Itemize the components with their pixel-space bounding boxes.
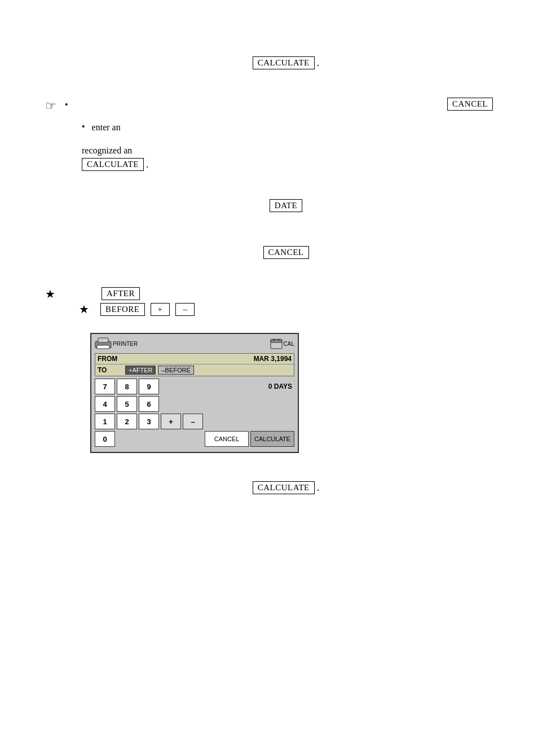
key-3[interactable]: 3 (139, 414, 159, 429)
from-label: FROM (98, 355, 123, 363)
note-content: • CANCEL • enter an recognized an CALCUL… (65, 98, 493, 171)
recognized-block: recognized an CALCULATE . (82, 146, 493, 171)
calc-calculate-button[interactable]: CALCULATE (250, 431, 294, 447)
svg-rect-2 (97, 345, 109, 349)
before-toggle-btn[interactable]: –BEFORE (158, 366, 193, 375)
printer-label: PRINTER (113, 341, 138, 347)
before-button[interactable]: BEFORE (100, 303, 145, 316)
period-1: . (317, 57, 320, 69)
calc-keypad: 7 8 9 0 DAYS 4 5 6 1 2 3 + – 0 (95, 379, 294, 447)
key-4[interactable]: 4 (95, 396, 115, 412)
days-display: 0 DAYS (161, 383, 294, 390)
section-star: ★ AFTER ★ BEFORE + – (45, 287, 493, 316)
period-2: . (146, 159, 149, 170)
calc-row-456: 4 5 6 (95, 396, 294, 412)
calculate-top-button[interactable]: CALCULATE (253, 56, 315, 69)
key-8[interactable]: 8 (117, 379, 137, 394)
calc-row-123pm: 1 2 3 + – (95, 414, 294, 429)
calc-display: FROM MAR 3,1994 TO +AFTER –BEFORE (95, 353, 294, 376)
to-label: TO (98, 366, 123, 374)
key-minus[interactable]: – (183, 414, 203, 429)
printer-icon-group: PRINTER (95, 337, 138, 350)
cancel-mid-button[interactable]: CANCEL (263, 246, 309, 259)
calculator-widget: PRINTER CAL FROM MAR 3,1994 (90, 333, 299, 453)
key-1[interactable]: 1 (95, 414, 115, 429)
section-cancel-mid: CANCEL (79, 246, 493, 259)
star1-icon: ★ (45, 287, 55, 301)
section-date: DATE (79, 199, 493, 212)
calc-cancel-button[interactable]: CANCEL (205, 431, 249, 447)
cal-svg-icon (270, 338, 283, 349)
bullet-dot-2: • (82, 122, 85, 132)
svg-rect-4 (271, 340, 282, 342)
date-button[interactable]: DATE (270, 199, 302, 212)
after-toggle-btn[interactable]: +AFTER (125, 366, 156, 375)
key-5[interactable]: 5 (117, 396, 137, 412)
key-plus[interactable]: + (161, 414, 181, 429)
bullet-item-enter: • enter an (82, 121, 493, 134)
star2-icon: ★ (79, 302, 89, 316)
section-note: ☞ • CANCEL • enter an recognized an CALC… (45, 98, 493, 171)
cal-label: CAL (284, 341, 294, 347)
key-0[interactable]: 0 (95, 431, 115, 447)
calc-row-789: 7 8 9 0 DAYS (95, 379, 294, 394)
calculate-bottom-button[interactable]: CALCULATE (253, 481, 315, 494)
printer-svg-icon (95, 337, 112, 350)
minus-button[interactable]: – (175, 303, 195, 316)
recognized-text: recognized an (82, 146, 493, 156)
from-date-value: MAR 3,1994 (254, 355, 292, 363)
after-button[interactable]: AFTER (102, 287, 140, 300)
after-before-block: AFTER ★ BEFORE + – (79, 287, 493, 316)
enter-text: enter an (92, 121, 121, 134)
section-calculate-top: CALCULATE . (79, 56, 493, 69)
before-plus-minus-row: ★ BEFORE + – (79, 302, 493, 316)
calc-from-row: FROM MAR 3,1994 (95, 354, 294, 364)
plus-button[interactable]: + (151, 303, 170, 316)
key-6[interactable]: 6 (139, 396, 159, 412)
after-row: AFTER (102, 287, 493, 300)
section-calculate-bottom: CALCULATE . (79, 481, 493, 494)
note-icon: ☞ (45, 99, 56, 113)
key-2[interactable]: 2 (117, 414, 137, 429)
calc-to-row: TO +AFTER –BEFORE (95, 364, 294, 376)
cancel-right-button[interactable]: CANCEL (447, 98, 493, 111)
bullet-dot-1: • (65, 100, 68, 110)
calc-top-bar: PRINTER CAL (95, 337, 294, 350)
cal-icon-group: CAL (270, 338, 294, 349)
key-7[interactable]: 7 (95, 379, 115, 394)
key-9[interactable]: 9 (139, 379, 159, 394)
calc-row-0-actions: 0 CANCEL CALCULATE (95, 431, 294, 447)
period-3: . (317, 482, 320, 494)
page-container: CALCULATE . ☞ • CANCEL • enter an recogn… (0, 0, 538, 756)
calculate-mid-button[interactable]: CALCULATE (82, 158, 144, 171)
svg-rect-1 (98, 338, 108, 342)
